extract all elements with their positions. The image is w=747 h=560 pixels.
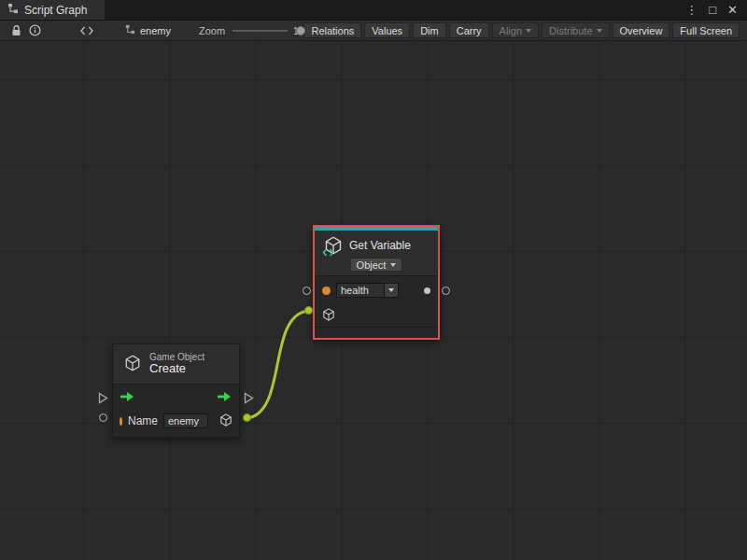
node-get-variable[interactable]: Get Variable Object: [313, 225, 440, 340]
relations-button[interactable]: Relations: [303, 22, 361, 38]
zoom-slider[interactable]: [233, 25, 288, 36]
distribute-label: Distribute: [549, 25, 592, 36]
zoom-slider-handle[interactable]: [296, 26, 305, 35]
current-graph-name: enemy: [125, 24, 171, 36]
wire-start-port[interactable]: [243, 413, 251, 422]
carry-label: Carry: [457, 25, 482, 36]
create-control-in-port[interactable]: [98, 392, 108, 404]
variable-name-dropdown[interactable]: [385, 283, 399, 298]
close-icon[interactable]: ✕: [727, 4, 738, 16]
create-control-out-port[interactable]: [244, 392, 254, 404]
get-variable-header: Get Variable Object: [315, 231, 438, 275]
chevron-down-icon: [388, 288, 394, 292]
node-title: Get Variable: [349, 239, 411, 252]
window-controls: ⋮ □ ✕: [685, 0, 747, 20]
zoom-slider-track: [233, 30, 288, 32]
node-title: Create: [149, 362, 204, 376]
getvariable-right-port[interactable]: [442, 287, 450, 295]
window-menu-icon[interactable]: ⋮: [685, 4, 698, 16]
chevron-down-icon: [526, 29, 531, 33]
node-footer: [315, 328, 438, 338]
align-label: Align: [500, 25, 522, 36]
control-output-arrow-icon[interactable]: [217, 391, 233, 402]
values-button[interactable]: Values: [364, 22, 410, 38]
gameobject-cube-icon: [124, 355, 141, 374]
overview-button[interactable]: Overview: [613, 22, 670, 38]
variable-name-input[interactable]: [336, 283, 385, 298]
node-create-gameobject[interactable]: Game Object Create Name: [112, 343, 240, 438]
wire-end-port[interactable]: [304, 306, 313, 315]
object-cube-icon: [322, 308, 335, 324]
chevron-down-icon: [390, 263, 396, 267]
fullscreen-button[interactable]: Full Screen: [672, 22, 740, 38]
value-output-dot[interactable]: [424, 287, 430, 294]
control-flow-row: [113, 385, 239, 409]
title-bar: Script Graph ⋮ □ ✕: [0, 0, 747, 21]
chevron-down-icon: [597, 29, 602, 33]
variable-cube-icon: [324, 236, 343, 255]
lock-icon[interactable]: [7, 25, 25, 36]
overview-label: Overview: [620, 25, 663, 36]
graph-canvas[interactable]: Get Variable Object: [0, 41, 747, 560]
dim-button[interactable]: Dim: [413, 22, 446, 38]
script-graph-icon: [7, 3, 19, 17]
tab-script-graph[interactable]: Script Graph: [0, 0, 105, 20]
create-left-port[interactable]: [99, 413, 107, 422]
variable-scope-label: Object: [357, 259, 387, 271]
control-input-arrow-icon[interactable]: [120, 391, 135, 402]
object-input-row: [315, 304, 438, 327]
code-brackets-icon[interactable]: [77, 26, 97, 35]
name-input[interactable]: [163, 413, 208, 428]
toolbar: enemy Zoom 1x Relations Values Dim Carry…: [0, 21, 747, 41]
toolbar-buttons: Relations Values Dim Carry Align Distrib…: [303, 22, 741, 38]
carry-button[interactable]: Carry: [449, 22, 489, 38]
name-value-port-dot[interactable]: [322, 287, 331, 295]
graph-name-label: enemy: [140, 25, 171, 36]
graph-asset-icon: [125, 24, 135, 36]
variable-chevrons-icon: [322, 248, 334, 257]
name-label: Name: [128, 414, 158, 427]
info-icon[interactable]: [25, 24, 45, 36]
distribute-button[interactable]: Distribute: [542, 22, 609, 38]
fullscreen-label: Full Screen: [680, 25, 732, 36]
variable-scope-dropdown[interactable]: Object: [350, 258, 403, 272]
variable-name-row: [315, 276, 438, 304]
align-button[interactable]: Align: [492, 22, 539, 38]
zoom-label: Zoom: [199, 25, 225, 36]
relations-label: Relations: [311, 25, 354, 36]
getvariable-left-port[interactable]: [303, 287, 311, 295]
create-header: Game Object Create: [113, 344, 239, 384]
tab-title: Script Graph: [24, 4, 87, 17]
values-label: Values: [372, 25, 402, 36]
name-input-port-dot[interactable]: [120, 417, 122, 426]
name-param-row: Name: [113, 409, 239, 433]
dim-label: Dim: [420, 25, 439, 36]
output-cube-icon: [219, 413, 233, 429]
maximize-icon[interactable]: □: [709, 4, 716, 16]
